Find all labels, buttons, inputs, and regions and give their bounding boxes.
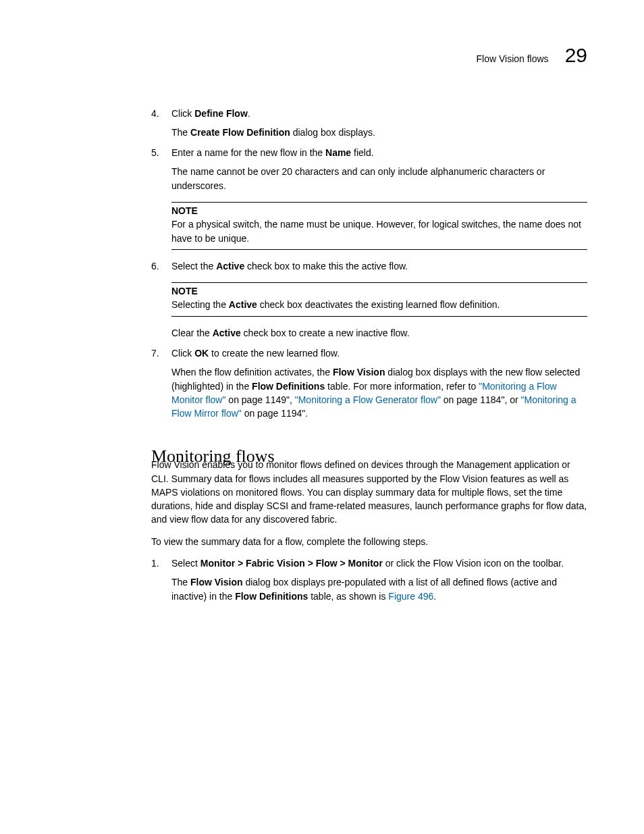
- step-item: 7. Click OK to create the new learned fl…: [151, 346, 587, 420]
- running-header: Flow Vision flows 29: [57, 41, 587, 70]
- page-number: 29: [565, 41, 587, 70]
- step-item: 5. Enter a name for the new flow in the …: [151, 146, 587, 250]
- xref-link[interactable]: Figure 496: [388, 591, 433, 602]
- step-item: 1. Select Monitor > Fabric Vision > Flow…: [151, 556, 587, 603]
- running-title: Flow Vision flows: [477, 52, 549, 66]
- bold-term: Name: [325, 147, 351, 158]
- bold-term: OK: [194, 348, 209, 359]
- steps-list-a: 4. Click Define Flow. The Create Flow De…: [151, 107, 587, 421]
- step-sub: The Flow Vision dialog box displays pre-…: [171, 575, 587, 603]
- bold-term: Active: [216, 261, 244, 271]
- bold-term: Flow Definitions: [252, 381, 325, 392]
- step-item: 4. Click Define Flow. The Create Flow De…: [151, 107, 587, 140]
- note-body: Selecting the Active check box deactivat…: [171, 298, 587, 311]
- step-number: 7.: [151, 346, 159, 360]
- xref-link[interactable]: "Monitoring a Flow Generator flow": [295, 394, 441, 405]
- step-text: Click OK to create the new learned flow.: [171, 348, 340, 359]
- main-content: 4. Click Define Flow. The Create Flow De…: [57, 107, 587, 469]
- step-number: 4.: [151, 107, 159, 120]
- bold-term: Flow Vision: [333, 367, 385, 377]
- step-number: 1.: [151, 556, 159, 570]
- step-number: 5.: [151, 146, 159, 159]
- section-lead: To view the summary data for a flow, com…: [151, 535, 587, 548]
- step-sub: Clear the Active check box to create a n…: [171, 326, 587, 340]
- step-text: Select the Active check box to make this…: [171, 261, 408, 271]
- step-item: 6. Select the Active check box to make t…: [151, 259, 587, 340]
- bold-term: Define Flow: [194, 108, 248, 119]
- step-sub: The name cannot be over 20 characters an…: [171, 165, 587, 192]
- step-sub: The Create Flow Definition dialog box di…: [171, 126, 587, 139]
- note-block: NOTE Selecting the Active check box deac…: [171, 282, 587, 317]
- bold-term: Active: [229, 299, 257, 310]
- bold-term: Flow Definitions: [235, 591, 308, 602]
- note-block: NOTE For a physical switch, the name mus…: [171, 202, 587, 250]
- section-body: Flow Vision enables you to monitor flows…: [57, 458, 587, 603]
- note-body: For a physical switch, the name must be …: [171, 217, 587, 245]
- steps-list-b: 1. Select Monitor > Fabric Vision > Flow…: [151, 556, 587, 603]
- section-intro: Flow Vision enables you to monitor flows…: [151, 458, 587, 526]
- bold-term: Active: [213, 328, 241, 338]
- step-text: Click Define Flow.: [171, 108, 250, 119]
- bold-term: Monitor > Fabric Vision > Flow > Monitor: [200, 558, 383, 569]
- bold-term: Create Flow Definition: [190, 127, 290, 138]
- step-text: Select Monitor > Fabric Vision > Flow > …: [171, 558, 564, 569]
- note-label: NOTE: [171, 284, 587, 298]
- bold-term: Flow Vision: [190, 577, 243, 588]
- note-label: NOTE: [171, 204, 587, 217]
- step-number: 6.: [151, 259, 159, 273]
- step-text: Enter a name for the new flow in the Nam…: [171, 147, 374, 158]
- step-sub: When the flow definition activates, the …: [171, 365, 587, 420]
